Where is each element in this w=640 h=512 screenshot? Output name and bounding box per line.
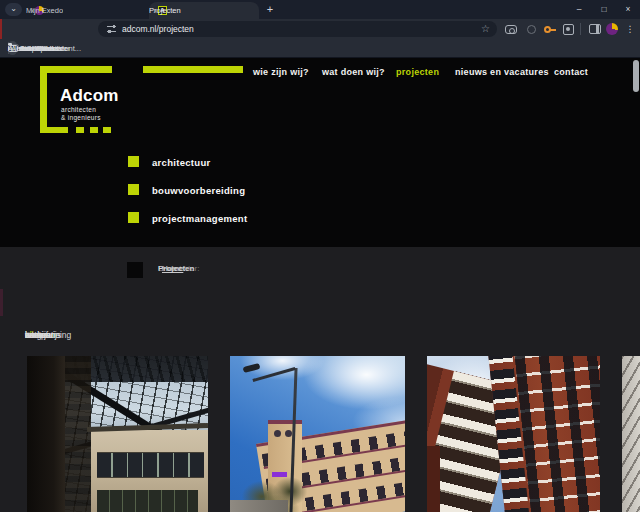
page-scrollbar-thumb[interactable]: [633, 60, 639, 92]
bookmarks-bar: Favicon Generator qConv.com Adobe Expres…: [0, 39, 640, 58]
disabled-extension-icon[interactable]: [527, 25, 536, 34]
close-tab-icon[interactable]: ×: [153, 6, 158, 16]
project-photo-brick-towers[interactable]: [427, 356, 600, 512]
bookmark-star-icon[interactable]: ☆: [481, 22, 490, 36]
url-text[interactable]: adcom.nl/projecten: [122, 21, 194, 37]
project-photo-office-building[interactable]: [230, 356, 405, 512]
window-band: [97, 452, 204, 478]
minimize-button[interactable]: –: [572, 2, 586, 16]
close-window-button[interactable]: ×: [621, 2, 635, 16]
menu-bullet-square: [128, 184, 139, 195]
nav-contact[interactable]: contact: [554, 65, 588, 79]
logo-subtitle: & ingenieurs: [61, 114, 101, 121]
balcony-texture: [622, 356, 640, 512]
window-grid: [515, 356, 600, 512]
all-bookmarks-label: Alle bookmarks: [8, 44, 59, 53]
right-tower: [488, 356, 600, 512]
chrome-menu-icon[interactable]: ⋮: [625, 22, 635, 36]
window-band: [97, 490, 198, 512]
project-photo-industrial-hall[interactable]: [27, 356, 208, 512]
logo-top-bar: [40, 66, 112, 73]
steel-column: [65, 356, 91, 512]
close-tab-icon[interactable]: ×: [30, 6, 35, 16]
menu-bullet-square: [128, 212, 139, 223]
menu-bullet-square: [128, 156, 139, 167]
steel-column: [27, 356, 65, 512]
nav-nieuws-en-vacatures[interactable]: nieuws en vacatures: [455, 65, 549, 79]
logo-left-bar: [40, 66, 47, 132]
tab-search-button[interactable]: ⌄: [5, 3, 22, 16]
logo-wordmark[interactable]: Adcom: [60, 86, 119, 106]
filter-renovatie[interactable]: renovatie: [25, 330, 60, 340]
nav-projecten[interactable]: projecten: [396, 65, 439, 79]
breadcrumb-square: [127, 262, 143, 278]
tab-projecten[interactable]: A Projecten ×: [149, 2, 259, 19]
nav-wat-doen-wij[interactable]: wat doen wij?: [322, 65, 385, 79]
tab-strip: ⌄ Mijn Exedo × A Projecten × + – □ ×: [0, 0, 640, 19]
header-accent-bar: [143, 66, 243, 73]
logo-dot: [76, 127, 84, 133]
profile-avatar[interactable]: [606, 23, 618, 35]
password-key-icon[interactable]: [544, 24, 556, 36]
menu-architectuur[interactable]: architectuur: [152, 157, 211, 168]
nav-wie-zijn-wij[interactable]: wie zijn wij?: [253, 65, 309, 79]
logo-subtitle: architecten: [61, 106, 96, 113]
camera-extension-icon[interactable]: [505, 25, 517, 34]
edge-image-sliver: [0, 289, 3, 316]
tab-mijn-exedo[interactable]: Mijn Exedo ×: [26, 2, 147, 19]
breadcrumb-current: Projecten: [158, 264, 194, 273]
site-settings-icon[interactable]: [107, 25, 116, 33]
page-viewport: Adcom architecten & ingenieurs wie zijn …: [0, 58, 640, 512]
logo-dot: [103, 127, 111, 133]
maximize-button[interactable]: □: [597, 2, 611, 16]
side-panel-icon[interactable]: [589, 24, 601, 34]
pavement: [230, 500, 288, 512]
logo-bottom-bar: [40, 127, 68, 133]
browser-window: ⌄ Mijn Exedo × A Projecten × + – □ × ← →…: [0, 0, 640, 512]
logo-dot: [90, 127, 98, 133]
extensions-puzzle-icon[interactable]: [563, 24, 574, 35]
toolbar-divider: [580, 23, 581, 35]
new-tab-button[interactable]: +: [263, 2, 277, 16]
address-bar[interactable]: adcom.nl/projecten ☆: [98, 21, 497, 37]
menu-projectmanagement[interactable]: projectmanagement: [152, 213, 247, 224]
porthole-window: [285, 430, 292, 437]
project-photo-cutoff[interactable]: [622, 356, 640, 512]
foreground-brick-edge: [427, 446, 440, 512]
menu-bouwvoorbereiding[interactable]: bouwvoorbereiding: [152, 185, 245, 196]
porthole-window: [274, 430, 281, 437]
